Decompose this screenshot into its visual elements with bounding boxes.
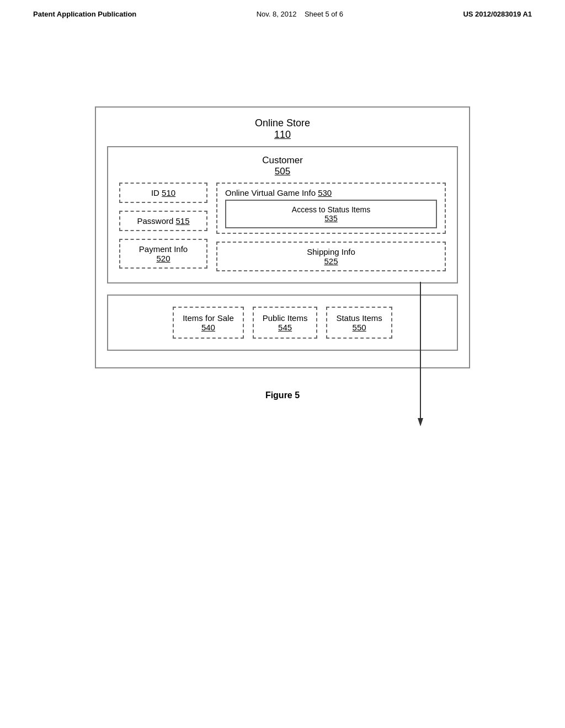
- diagram-area: Online Store 110 Customer 505 ID 510: [0, 106, 565, 400]
- online-store-ref: 110: [96, 129, 469, 141]
- online-store-box: Online Store 110 Customer 505 ID 510: [95, 106, 470, 368]
- payment-ref: 520: [156, 254, 170, 263]
- customer-box: Customer 505 ID 510 Password 515: [107, 146, 458, 283]
- header-publication: Patent Application Publication: [33, 10, 136, 18]
- public-items-ref: 545: [278, 323, 292, 332]
- left-fields: ID 510 Password 515 Payment Info 520: [119, 183, 207, 271]
- id-ref: 510: [162, 188, 175, 197]
- shipping-box: Shipping Info 525: [216, 242, 446, 271]
- status-items-ref: 550: [353, 323, 366, 332]
- password-box: Password 515: [119, 211, 207, 231]
- status-items-box: Status Items 550: [326, 307, 392, 339]
- payment-box: Payment Info 520: [119, 239, 207, 269]
- right-fields: Online Virtual Game Info 530 Access to S…: [216, 183, 446, 271]
- page-header: Patent Application Publication Nov. 8, 2…: [0, 0, 565, 18]
- online-store-title: Online Store 110: [96, 108, 469, 146]
- items-for-sale-box: Items for Sale 540: [173, 307, 244, 339]
- game-info-box: Online Virtual Game Info 530 Access to S…: [216, 183, 446, 234]
- header-patent-number: US 2012/0283019 A1: [463, 10, 532, 18]
- diagram-wrapper: Online Store 110 Customer 505 ID 510: [95, 106, 470, 368]
- store-items-inner: Items for Sale 540 Public Items 545 Stat…: [119, 307, 446, 339]
- customer-ref: 505: [108, 166, 457, 177]
- items-for-sale-ref: 540: [201, 323, 215, 332]
- svg-marker-1: [418, 418, 423, 426]
- customer-fields: ID 510 Password 515 Payment Info 520: [119, 183, 446, 271]
- header-sheet: Sheet 5 of 6: [305, 10, 343, 18]
- figure-label: Figure 5: [265, 390, 300, 400]
- customer-title: Customer 505: [108, 147, 457, 183]
- shipping-ref: 525: [324, 256, 338, 266]
- id-box: ID 510: [119, 183, 207, 203]
- game-info-label: Online Virtual Game Info 530: [225, 188, 437, 197]
- header-date: Nov. 8, 2012: [257, 10, 297, 18]
- access-box: Access to Status Items 535: [225, 200, 437, 228]
- header-center: Nov. 8, 2012 Sheet 5 of 6: [257, 10, 343, 18]
- access-ref: 535: [324, 214, 337, 223]
- game-info-ref: 530: [318, 188, 332, 197]
- public-items-box: Public Items 545: [253, 307, 318, 339]
- password-ref: 515: [176, 216, 190, 226]
- store-items-box: Items for Sale 540 Public Items 545 Stat…: [107, 295, 458, 351]
